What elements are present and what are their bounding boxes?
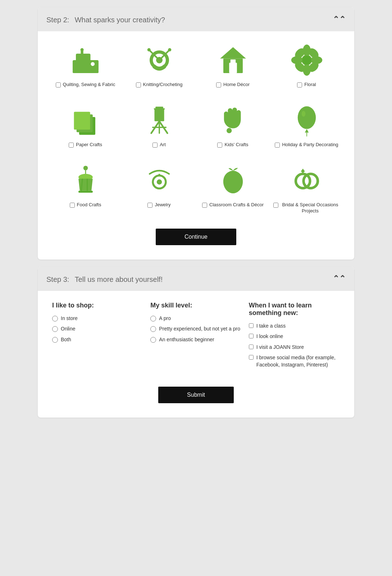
checkbox-bridal[interactable] [273,203,278,208]
checkbox-item-social[interactable]: I browse social media (for example, Face… [249,354,340,368]
checkbox-lookonline[interactable] [249,334,254,338]
checkbox-art[interactable] [152,143,158,148]
label-beginner: An enthusiastic beginner [159,336,214,343]
radio-item-online[interactable]: Online [52,325,143,333]
continue-button[interactable]: Continue [156,229,236,245]
label-instore: In store [61,315,78,322]
craft-label-bridal[interactable]: Bridal & Special Occasions Projects [273,202,340,214]
radio-experienced[interactable] [150,326,156,332]
radio-instore[interactable] [52,316,58,321]
radio-item-beginner[interactable]: An enthusiastic beginner [150,336,241,343]
step3-collapse-icon[interactable]: ⌃⌃ [333,274,346,283]
svg-point-5 [80,48,83,51]
checkbox-floral[interactable] [297,82,302,87]
checkbox-foodcrafts[interactable] [70,203,75,208]
craft-item-classroom[interactable]: Classroom Crafts & Décor [200,162,266,214]
craft-item-art[interactable]: Art [126,102,192,148]
label-homedecor: Home Décor [223,82,250,88]
craft-item-homedecor[interactable]: Home Décor [200,42,266,88]
checkbox-quilting[interactable] [56,82,61,87]
craft-item-holiday[interactable]: Holiday & Party Decorating [273,102,340,148]
checkbox-papercrafts[interactable] [69,143,74,148]
craft-label-art[interactable]: Art [152,142,166,148]
craft-label-papercrafts[interactable]: Paper Crafts [69,142,102,148]
craft-item-bridal[interactable]: Bridal & Special Occasions Projects [273,162,340,214]
craft-item-floral[interactable]: Floral [273,42,340,88]
craft-item-papercrafts[interactable]: Paper Crafts [52,102,119,148]
svg-point-43 [83,166,88,170]
checkbox-item-visitjoann[interactable]: I visit a JOANN Store [249,344,340,351]
label-classroom: Classroom Crafts & Décor [209,202,264,208]
svg-point-11 [147,48,150,51]
craft-label-holiday[interactable]: Holiday & Party Decorating [275,142,338,148]
homedecor-icon [215,42,251,78]
craft-label-floral[interactable]: Floral [297,82,316,88]
label-takeclass: I take a class [256,323,286,330]
shop-column: I like to shop: In store Online Both [52,302,143,372]
radio-both[interactable] [52,337,58,343]
radio-pro[interactable] [150,316,156,321]
knitting-icon [141,42,177,78]
checkbox-homedecor[interactable] [216,82,221,87]
svg-point-39 [297,106,315,129]
checkbox-classroom[interactable] [202,203,207,208]
craft-item-knitting[interactable]: Knitting/Crocheting [126,42,192,88]
checkbox-takeclass[interactable] [249,323,254,328]
craft-item-jewelry[interactable]: Jewelry [126,162,192,214]
craft-item-foodcrafts[interactable]: Food Crafts [52,162,119,214]
checkbox-social[interactable] [249,355,254,360]
checkbox-visitjoann[interactable] [249,345,254,349]
label-kidscrafts: Kids' Crafts [224,142,248,148]
radio-item-experienced[interactable]: Pretty experienced, but not yet a pro [150,325,241,333]
craft-label-foodcrafts[interactable]: Food Crafts [70,202,101,208]
craft-label-homedecor[interactable]: Home Décor [216,82,250,88]
craft-label-quilting[interactable]: Quilting, Sewing & Fabric [56,82,115,88]
svg-marker-14 [220,47,246,59]
svg-rect-17 [230,59,235,64]
label-bridal: Bridal & Special Occasions Projects [281,202,340,214]
svg-rect-48 [78,191,93,193]
step2-collapse-icon[interactable]: ⌃⌃ [333,15,346,24]
label-quilting: Quilting, Sewing & Fabric [63,82,115,88]
checkbox-knitting[interactable] [136,82,141,87]
skill-column: My skill level: A pro Pretty experienced… [150,302,241,372]
svg-rect-16 [229,63,237,73]
label-social: I browse social media (for example, Face… [256,354,340,368]
svg-rect-31 [154,109,164,121]
submit-button[interactable]: Submit [158,387,234,403]
radio-beginner[interactable] [150,337,156,343]
step3-title: Step 3: Tell us more about yourself! [46,273,163,284]
label-both: Both [61,336,71,343]
step3-label: Step 3: [46,275,69,283]
label-papercrafts: Paper Crafts [76,142,102,148]
step2-subtitle: What sparks your creativity? [75,16,165,24]
craft-label-jewelry[interactable]: Jewelry [147,202,170,208]
radio-item-both[interactable]: Both [52,336,143,343]
svg-point-3 [91,62,95,66]
skill-col-title: My skill level: [150,302,241,309]
radio-item-pro[interactable]: A pro [150,315,241,322]
label-jewelry: Jewelry [155,202,170,208]
floral-icon [289,42,325,78]
craft-label-knitting[interactable]: Knitting/Crocheting [136,82,183,88]
craft-label-kidscrafts[interactable]: Kids' Crafts [217,142,248,148]
checkbox-item-lookonline[interactable]: I look online [249,333,340,340]
craft-label-classroom[interactable]: Classroom Crafts & Décor [202,202,264,208]
step2-header: Step 2: What sparks your creativity? ⌃⌃ [38,7,354,31]
radio-online[interactable] [52,326,58,332]
craft-item-quilting[interactable]: Quilting, Sewing & Fabric [52,42,119,88]
svg-rect-6 [73,71,99,73]
step3-subtitle: Tell us more about yourself! [75,275,163,283]
classroom-icon [215,162,251,198]
checkbox-kidscrafts[interactable] [217,143,222,148]
checkbox-holiday[interactable] [275,143,280,148]
radio-item-instore[interactable]: In store [52,315,143,322]
step3-card: Step 3: Tell us more about yourself! ⌃⌃ … [38,267,354,418]
label-art: Art [160,142,166,148]
label-visitjoann: I visit a JOANN Store [256,344,304,351]
checkbox-jewelry[interactable] [147,203,152,208]
craft-item-kidscrafts[interactable]: Kids' Crafts [200,102,266,148]
papercrafts-icon [68,102,104,138]
learn-col-title: When I want to learn something new: [249,302,340,317]
checkbox-item-takeclass[interactable]: I take a class [249,323,340,330]
